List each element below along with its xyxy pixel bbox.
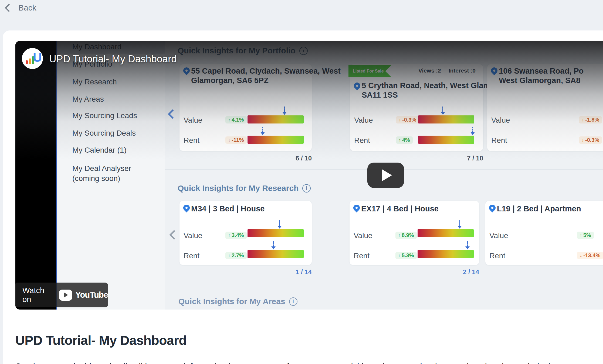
- property-card: 106 Swansea Road, Po West Glamorgan, SA8…: [487, 64, 603, 151]
- card-pagination: 7 / 10: [448, 154, 483, 162]
- rent-change-badge: 5.3%: [395, 252, 417, 259]
- value-change-badge: 5%: [577, 232, 594, 239]
- rent-gradient-bar: [418, 136, 474, 144]
- location-pin-icon: [352, 203, 361, 212]
- research-card: M34 | 3 Bed | House Value 3.4% Rent 2.7%: [179, 201, 312, 265]
- rent-change-badge: -11%: [225, 136, 247, 144]
- rent-label: Rent: [184, 252, 199, 260]
- value-change-badge: 3.4%: [225, 232, 247, 239]
- sidebar-item-my-sourcing-leads: My Sourcing Leads: [72, 111, 137, 120]
- marker-arrow-icon: [277, 220, 282, 229]
- sidebar-item-my-dashboard: My Dashboard: [72, 43, 121, 51]
- rent-change-badge: -13.4%: [577, 252, 603, 259]
- value-label: Value: [491, 116, 510, 125]
- watch-on-label: Watch on: [22, 286, 50, 304]
- page-description: See how your dashboard pulls all importa…: [15, 362, 603, 364]
- interest-count: Interest :0: [449, 67, 476, 74]
- rent-change-badge: -0.3%: [579, 136, 602, 144]
- property-address: 106 Swansea Road, Po West Glamorgan, SA8: [499, 66, 584, 85]
- bar-chart-icon: [26, 60, 28, 64]
- marker-arrow-icon: [458, 220, 462, 229]
- views-interest-row: Views :2 Interest :0: [418, 67, 476, 74]
- value-change-badge: -1.8%: [579, 116, 602, 123]
- portfolio-heading-label: Quick Insights for My Portfolio: [178, 46, 296, 55]
- address-line: West Glamorgan, SA8: [499, 76, 584, 85]
- youtube-play-icon: [59, 290, 72, 301]
- rent-label: Rent: [491, 136, 507, 145]
- areas-section-heading: Quick Insights for My Areas i: [178, 297, 297, 306]
- value-label: Value: [354, 231, 372, 240]
- rent-change-badge: 4%: [396, 136, 413, 144]
- back-label: Back: [18, 3, 36, 12]
- info-icon: i: [302, 184, 311, 193]
- research-section-heading: Quick Insights for My Research i: [178, 184, 311, 193]
- research-card-title: EX17 | 4 Bed | House: [361, 204, 439, 214]
- video-title-overlay[interactable]: UPD Tutorial- My Dashboard: [49, 53, 177, 65]
- research-card: L19 | 2 Bed | Apartmen Value 5% Rent -13…: [485, 201, 603, 265]
- location-pin-icon: [353, 81, 362, 90]
- value-gradient-bar: [418, 115, 474, 123]
- value-label: Value: [184, 116, 202, 125]
- research-card: EX17 | 4 Bed | House Value 8.9% Rent 5.3…: [350, 201, 479, 265]
- address-line: 106 Swansea Road, Po: [499, 66, 584, 76]
- location-pin-icon: [182, 203, 191, 212]
- play-icon: [382, 169, 392, 181]
- channel-avatar[interactable]: U: [22, 48, 43, 69]
- address-line: 55 Capel Road, Clydach, Swansea, West: [191, 66, 341, 76]
- value-gradient-bar: [248, 229, 304, 237]
- value-change-badge: 4.1%: [225, 116, 247, 123]
- chevron-left-icon: [5, 4, 13, 12]
- research-card-title: M34 | 3 Bed | House: [191, 204, 265, 214]
- play-button[interactable]: [367, 163, 404, 188]
- watch-on-youtube-button[interactable]: Watch on YouTube: [15, 283, 108, 307]
- card-pagination: 6 / 10: [277, 154, 312, 162]
- rent-label: Rent: [354, 136, 370, 145]
- location-pin-icon: [488, 203, 497, 212]
- marker-arrow-icon: [260, 127, 265, 135]
- back-button[interactable]: Back: [6, 3, 36, 12]
- youtube-video-player[interactable]: My Dashboard My Portfolio My Research My…: [15, 41, 603, 310]
- sidebar-item-my-sourcing-deals: My Sourcing Deals: [72, 129, 136, 138]
- section-divider: [165, 285, 603, 285]
- research-card-title: L19 | 2 Bed | Apartmen: [497, 204, 581, 214]
- address-line: Glamorgan, SA6 5PZ: [191, 76, 341, 85]
- property-card: 55 Capel Road, Clydach, Swansea, West Gl…: [179, 64, 312, 151]
- value-label: Value: [184, 231, 202, 240]
- views-count: Views :2: [418, 67, 441, 74]
- property-address: 55 Capel Road, Clydach, Swansea, West Gl…: [191, 66, 341, 85]
- value-gradient-bar: [248, 115, 304, 123]
- value-change-badge: -0.3%: [396, 116, 419, 123]
- marker-arrow-icon: [282, 107, 287, 115]
- sidebar-item-my-research: My Research: [72, 78, 117, 86]
- marker-arrow-icon: [271, 241, 276, 249]
- content-card: My Dashboard My Portfolio My Research My…: [3, 30, 603, 364]
- youtube-wordmark: YouTube: [75, 290, 108, 300]
- info-icon: i: [299, 47, 308, 55]
- marker-arrow-icon: [465, 241, 470, 249]
- sidebar-item-my-deal-analyser: My Deal Analyser (coming soon): [72, 163, 140, 183]
- marker-arrow-icon: [470, 127, 475, 135]
- card-pagination: 1 / 14: [277, 268, 312, 276]
- rent-gradient-bar: [248, 136, 304, 144]
- value-label: Value: [489, 231, 508, 240]
- location-pin-icon: [182, 66, 191, 75]
- rent-change-badge: 2.7%: [225, 252, 247, 259]
- marker-arrow-icon: [441, 107, 445, 115]
- logo-letter: U: [33, 50, 42, 65]
- property-card: Listed For Sale Views :2 Interest :0 5 C…: [350, 64, 483, 151]
- listed-for-sale-ribbon: Listed For Sale: [348, 65, 391, 77]
- value-gradient-bar: [418, 229, 474, 237]
- rent-label: Rent: [489, 252, 505, 260]
- value-change-badge: 8.9%: [395, 232, 417, 239]
- rent-label: Rent: [184, 136, 199, 145]
- window-accent-edge: [56, 41, 57, 310]
- sidebar-item-my-areas: My Areas: [72, 95, 104, 104]
- rent-label: Rent: [354, 252, 370, 260]
- rent-gradient-bar: [418, 250, 474, 258]
- rent-gradient-bar: [248, 250, 304, 258]
- areas-heading-label: Quick Insights for My Areas: [178, 297, 285, 306]
- value-label: Value: [354, 116, 373, 125]
- research-heading-label: Quick Insights for My Research: [178, 184, 299, 193]
- page-title: UPD Tutorial- My Dashboard: [15, 333, 187, 348]
- card-pagination: 2 / 14: [444, 268, 479, 276]
